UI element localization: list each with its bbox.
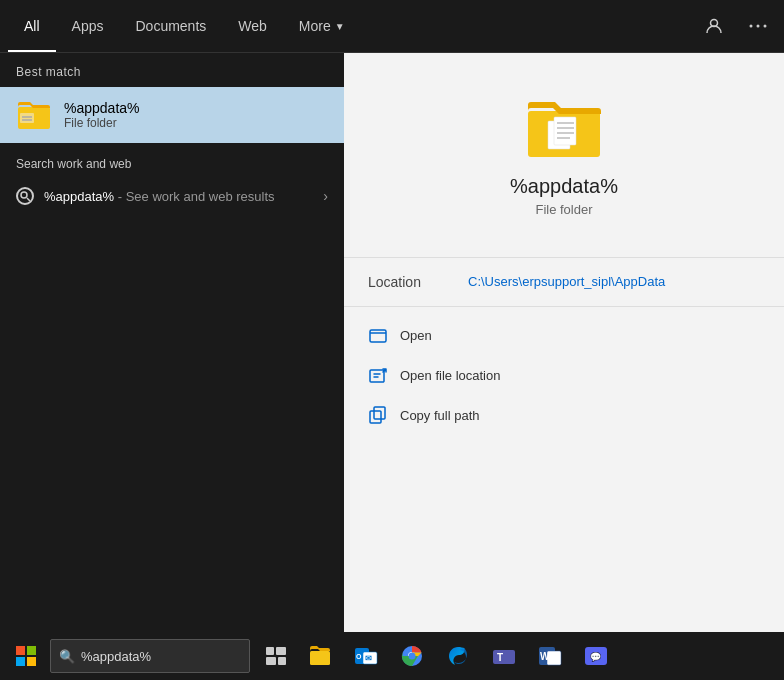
left-panel: Best match %appdata% File folder Search … — [0, 53, 344, 632]
svg-rect-22 — [27, 646, 36, 655]
best-match-item[interactable]: %appdata% File folder — [0, 87, 344, 143]
search-query-sub: - See work and web results — [114, 189, 274, 204]
best-match-text: %appdata% File folder — [64, 100, 140, 130]
copy-full-path-label: Copy full path — [400, 408, 480, 423]
taskbar-search-text: %appdata% — [81, 649, 151, 664]
search-web-section-label: Search work and web — [0, 143, 344, 179]
taskbar-chrome[interactable] — [390, 634, 434, 678]
open-icon — [368, 325, 388, 345]
action-copy-full-path[interactable]: Copy full path — [344, 395, 784, 435]
taskbar-teams[interactable]: T — [482, 634, 526, 678]
svg-rect-26 — [276, 647, 286, 655]
folder-title: %appdata% — [510, 175, 618, 198]
tab-web[interactable]: Web — [222, 0, 283, 52]
content-area: Best match %appdata% File folder Search … — [0, 53, 784, 632]
svg-rect-18 — [370, 370, 384, 382]
svg-point-8 — [21, 192, 27, 198]
svg-rect-21 — [16, 646, 25, 655]
svg-text:W: W — [540, 651, 550, 662]
folder-display: %appdata% File folder — [344, 53, 784, 257]
user-icon-button[interactable] — [696, 8, 732, 44]
location-path-link[interactable]: C:\Users\erpsupport_sipl\AppData — [468, 274, 665, 289]
taskbar-discord[interactable]: 💬 — [574, 634, 618, 678]
svg-rect-29 — [310, 651, 330, 665]
svg-point-36 — [409, 653, 416, 660]
best-match-title: %appdata% — [64, 100, 140, 116]
svg-rect-20 — [374, 407, 385, 419]
svg-rect-23 — [16, 657, 25, 666]
tab-documents[interactable]: Documents — [119, 0, 222, 52]
svg-rect-5 — [20, 113, 34, 123]
taskbar-edge[interactable] — [436, 634, 480, 678]
best-match-subtitle: File folder — [64, 116, 140, 130]
search-web-text: %appdata% - See work and web results — [44, 189, 323, 204]
taskbar-word[interactable]: W — [528, 634, 572, 678]
best-match-label: Best match — [0, 53, 344, 87]
search-web-item[interactable]: %appdata% - See work and web results › — [0, 179, 344, 213]
location-label: Location — [368, 274, 468, 290]
task-view-button[interactable] — [256, 636, 296, 676]
nav-icons — [696, 8, 776, 44]
large-folder-icon — [524, 93, 604, 163]
tab-more[interactable]: More ▼ — [283, 0, 361, 52]
svg-rect-12 — [554, 117, 576, 145]
tab-apps[interactable]: Apps — [56, 0, 120, 52]
svg-text:O: O — [356, 653, 362, 660]
more-dropdown-arrow: ▼ — [335, 21, 345, 32]
tab-all[interactable]: All — [8, 0, 56, 52]
taskbar-outlook[interactable]: ✉ O — [344, 634, 388, 678]
svg-rect-24 — [27, 657, 36, 666]
folder-icon — [16, 97, 52, 133]
svg-text:💬: 💬 — [590, 651, 602, 663]
taskbar-search-box[interactable]: 🔍 %appdata% — [50, 639, 250, 673]
svg-rect-27 — [266, 657, 276, 665]
svg-line-9 — [27, 198, 30, 201]
action-open-file-location[interactable]: Open file location — [344, 355, 784, 395]
svg-text:✉: ✉ — [365, 654, 372, 663]
svg-rect-25 — [266, 647, 274, 655]
svg-point-1 — [750, 25, 753, 28]
options-icon-button[interactable] — [740, 8, 776, 44]
open-label: Open — [400, 328, 432, 343]
right-panel: %appdata% File folder Location C:\Users\… — [344, 53, 784, 632]
open-file-location-icon — [368, 365, 388, 385]
svg-rect-19 — [370, 411, 381, 423]
chevron-right-icon: › — [323, 188, 328, 204]
location-row: Location C:\Users\erpsupport_sipl\AppDat… — [344, 257, 784, 307]
search-icon — [16, 187, 34, 205]
folder-type-label: File folder — [535, 202, 592, 217]
action-open[interactable]: Open — [344, 315, 784, 355]
search-query-highlight: %appdata% — [44, 189, 114, 204]
taskbar-search-icon: 🔍 — [59, 649, 75, 664]
svg-rect-28 — [278, 657, 286, 665]
svg-rect-17 — [370, 330, 386, 342]
nav-tabs: All Apps Documents Web More ▼ — [0, 0, 784, 53]
actions-list: Open Open file location — [344, 307, 784, 443]
taskbar-file-explorer[interactable] — [298, 634, 342, 678]
start-button[interactable] — [4, 636, 48, 676]
open-file-location-label: Open file location — [400, 368, 500, 383]
svg-point-3 — [764, 25, 767, 28]
taskbar: 🔍 %appdata% ✉ O — [0, 632, 784, 680]
svg-point-2 — [757, 25, 760, 28]
svg-text:T: T — [497, 652, 503, 663]
copy-icon — [368, 405, 388, 425]
